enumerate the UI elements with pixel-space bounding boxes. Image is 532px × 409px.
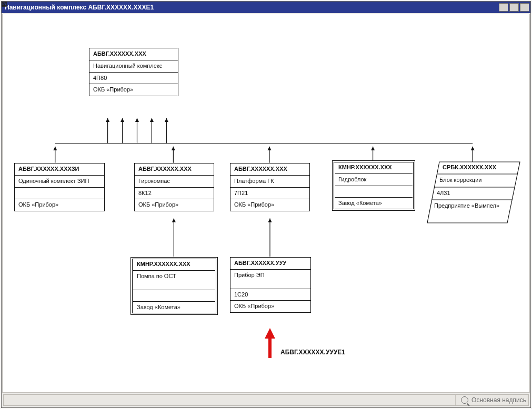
node-org: ОКБ «Прибор» — [135, 199, 214, 211]
maximize-button[interactable] — [509, 3, 519, 12]
node-platform[interactable]: АБВГ.ХХХХХХ.ХХХ Платформа ГК 7П21 ОКБ «П… — [230, 163, 310, 211]
close-button[interactable] — [520, 3, 529, 12]
node-title: КМНР.ХХХХХХ.ХХХ — [133, 259, 215, 271]
node-title: АБВГ.ХХХХХХ.ХХХ — [89, 48, 178, 60]
node-title: АБВГ.ХХХХХХ.УУУ — [230, 258, 310, 270]
node-org: ОКБ «Прибор» — [230, 199, 309, 211]
node-org: Завод «Комета» — [133, 302, 215, 313]
node-code — [133, 290, 215, 302]
diagram-canvas[interactable]: АБВГ.ХХХХХХ.ХХХ Навигационный комплекс 4… — [2, 14, 530, 393]
node-desc: Прибор ЭП — [230, 270, 310, 289]
node-title: АБВГ.ХХХХХХ.ХХХЗИ — [15, 163, 104, 176]
node-title: АБВГ.ХХХХХХ.ХХХ — [135, 163, 214, 176]
node-title: АБВГ.ХХХХХХ.ХХХ — [230, 163, 309, 176]
minimize-button[interactable] — [499, 3, 508, 12]
node-root[interactable]: АБВГ.ХХХХХХ.ХХХ Навигационный комплекс 4… — [89, 48, 178, 96]
node-desc: Гирокомпас — [135, 176, 214, 188]
node-zip[interactable]: АБВГ.ХХХХХХ.ХХХЗИ Одиночный комплект ЗИП… — [14, 163, 105, 211]
node-desc: Помпа по ОСТ — [133, 271, 215, 290]
window-controls — [499, 3, 529, 12]
window-title: Навигационный комплекс АБВГ.ХХХХХХ.ХХХЕ1 — [5, 4, 154, 11]
node-desc: Одиночный комплект ЗИП — [15, 176, 104, 188]
node-code: 8К12 — [135, 188, 214, 200]
node-org: Предприятие «Вымпел» — [427, 202, 510, 210]
node-desc: Навигационный комплекс — [89, 60, 178, 73]
search-placeholder: Основная надпись — [471, 396, 526, 404]
node-desc: Платформа ГК — [230, 176, 309, 188]
statusbar: Основная надпись — [3, 394, 529, 406]
node-org: ОКБ «Прибор» — [230, 301, 310, 312]
node-corr[interactable]: СРБК.ХХХХХХ.ХХХ Блок коррекции 4Л31 Пред… — [427, 161, 520, 223]
node-org: ОКБ «Прибор» — [89, 84, 178, 96]
node-org: Завод «Комета» — [335, 198, 413, 209]
annotation-label: АБВГ.ХХХХХХ.УУУЕ1 — [280, 349, 345, 356]
node-code — [335, 186, 413, 198]
node-code — [15, 188, 104, 200]
node-code: 7П21 — [230, 188, 309, 200]
node-title: СРБК.ХХХХХХ.ХХХ — [435, 164, 520, 171]
node-code: 1С20 — [230, 289, 310, 301]
titlebar: Навигационный комплекс АБВГ.ХХХХХХ.ХХХЕ1 — [2, 2, 530, 13]
node-code: 4Л31 — [429, 190, 520, 197]
node-pump[interactable]: КМНР.ХХХХХХ.ХХХ Помпа по ОСТ Завод «Коме… — [131, 257, 218, 315]
node-org: ОКБ «Прибор» — [15, 199, 104, 211]
search-box[interactable]: Основная надпись — [455, 395, 526, 405]
app-window: Навигационный комплекс АБВГ.ХХХХХХ.ХХХЕ1 — [1, 1, 531, 408]
node-ep[interactable]: АБВГ.ХХХХХХ.УУУ Прибор ЭП 1С20 ОКБ «Приб… — [230, 257, 311, 313]
node-gyro[interactable]: АБВГ.ХХХХХХ.ХХХ Гирокомпас 8К12 ОКБ «При… — [134, 163, 214, 211]
node-desc: Гидроблок — [335, 174, 413, 186]
svg-marker-18 — [265, 328, 275, 339]
node-title: КМНР.ХХХХХХ.ХХХ — [335, 162, 413, 174]
node-desc: Блок коррекции — [432, 177, 520, 184]
node-code: 4П80 — [89, 73, 178, 85]
node-hydro[interactable]: КМНР.ХХХХХХ.ХХХ Гидроблок Завод «Комета» — [332, 160, 415, 211]
search-icon — [461, 396, 468, 404]
